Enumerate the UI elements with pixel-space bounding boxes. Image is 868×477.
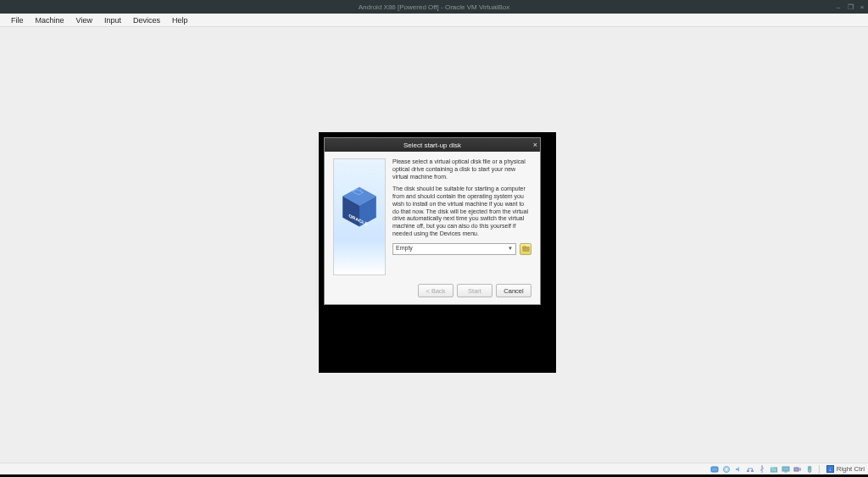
svg-rect-16 [785, 471, 787, 472]
minimize-button[interactable]: – [834, 3, 843, 11]
display-icon[interactable] [782, 464, 791, 474]
menu-file[interactable]: File [5, 16, 30, 25]
dialog-illustration: ORACLE virt [333, 158, 386, 275]
svg-rect-11 [751, 470, 754, 472]
usb-icon[interactable] [758, 464, 767, 474]
host-key-arrow-icon: ↓ [826, 465, 834, 473]
cancel-button[interactable]: Cancel [496, 284, 531, 297]
disk-select[interactable]: Empty ▼ [392, 243, 516, 255]
svg-rect-17 [794, 468, 798, 471]
maximize-button[interactable]: ❐ [846, 3, 854, 11]
status-separator [819, 465, 820, 474]
dialog-buttons: < Back Start Cancel [325, 279, 540, 304]
svg-rect-15 [782, 467, 789, 471]
content-area: Select start-up disk × ORACLE virt [0, 27, 868, 463]
startup-disk-dialog: Select start-up disk × ORACLE virt [324, 137, 541, 305]
svg-point-9 [726, 469, 727, 470]
svg-rect-10 [747, 470, 749, 472]
menubar: File Machine View Input Devices Help [0, 14, 868, 27]
svg-point-12 [761, 465, 763, 467]
virtualbox-cube-icon: ORACLE virt [341, 186, 379, 228]
close-button[interactable]: × [858, 3, 866, 11]
menu-devices[interactable]: Devices [127, 16, 166, 25]
dialog-title-text: Select start-up disk [403, 141, 461, 149]
optical-disk-icon[interactable] [722, 464, 732, 474]
menu-view[interactable]: View [70, 16, 98, 25]
dialog-paragraph-2: The disk should be suitable for starting… [392, 186, 531, 237]
svg-rect-13 [771, 468, 777, 472]
recording-icon[interactable] [793, 464, 803, 474]
audio-icon[interactable] [734, 464, 743, 474]
menu-help[interactable]: Help [166, 16, 194, 25]
shared-folder-icon[interactable] [770, 464, 779, 474]
start-button: Start [457, 284, 492, 297]
menu-machine[interactable]: Machine [30, 16, 70, 25]
disk-row: Empty ▼ [392, 243, 531, 255]
back-button: < Back [418, 284, 453, 297]
dialog-paragraph-1: Please select a virtual optical disk fil… [392, 158, 531, 180]
disk-selected-value: Empty [396, 245, 413, 252]
hard-disk-icon[interactable] [710, 464, 720, 474]
dialog-text: Please select a virtual optical disk fil… [392, 158, 531, 275]
browse-disk-button[interactable] [520, 243, 531, 255]
chevron-down-icon: ▼ [508, 246, 513, 252]
folder-icon [522, 245, 530, 252]
dialog-body: ORACLE virt Please select a virtual opti… [325, 152, 540, 279]
window-title: Android X86 [Powered Off] - Oracle VM Vi… [359, 3, 509, 11]
statusbar: ↓ Right Ctrl [0, 463, 868, 474]
menu-input[interactable]: Input [98, 16, 127, 25]
dialog-titlebar[interactable]: Select start-up disk × [325, 138, 540, 152]
window-controls: – ❐ × [834, 3, 866, 11]
host-key-indicator[interactable]: ↓ Right Ctrl [824, 465, 865, 473]
titlebar: Android X86 [Powered Off] - Oracle VM Vi… [0, 0, 868, 14]
svg-rect-7 [711, 467, 718, 472]
dialog-close-button[interactable]: × [533, 141, 537, 149]
svg-rect-6 [522, 247, 525, 248]
mouse-integration-icon[interactable] [805, 464, 815, 474]
svg-rect-14 [771, 467, 774, 469]
host-key-label: Right Ctrl [837, 465, 865, 473]
network-icon[interactable] [746, 464, 755, 474]
